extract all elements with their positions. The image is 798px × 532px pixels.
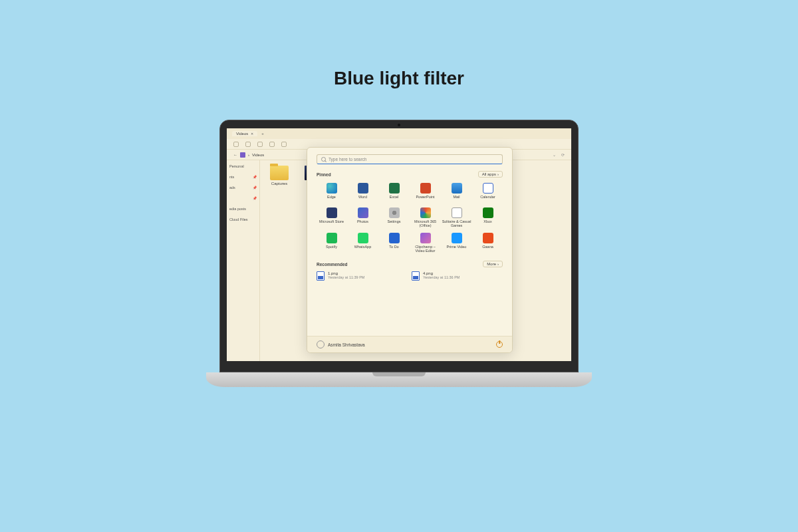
laptop-mockup: Videos ✕ + ← › Videos ⌄ ⟳ — [206, 120, 592, 387]
pinned-app[interactable]: Xbox — [473, 206, 503, 229]
app-label: Gaana — [482, 245, 493, 252]
rec-subtitle: Yesterday at 11:39 PM — [328, 275, 364, 279]
search-icon — [321, 157, 326, 162]
app-icon — [389, 207, 400, 218]
pinned-app[interactable]: Clipchamp – Video Editor — [410, 231, 440, 254]
sidebar-item-downloads[interactable]: ads📌 — [229, 186, 257, 190]
pinned-app[interactable]: PowerPoint — [410, 182, 440, 203]
sidebar-item-cloud[interactable]: Cloud Files — [229, 217, 257, 221]
app-label: WhatsApp — [354, 245, 371, 252]
new-tab-button[interactable]: + — [261, 132, 264, 136]
app-label: PowerPoint — [416, 195, 434, 202]
pinned-app[interactable]: Gaana — [473, 231, 503, 254]
app-icon — [327, 233, 337, 243]
app-icon — [358, 233, 368, 243]
app-icon — [420, 233, 431, 243]
app-label: Settings — [388, 219, 401, 227]
search-input[interactable]: Type here to search — [317, 154, 503, 164]
recommended-item[interactable]: 4.pngYesterday at 11:36 PM — [412, 271, 503, 281]
sidebar-item-posts[interactable]: edia posts — [229, 207, 257, 211]
app-label: Prime Video — [447, 245, 467, 252]
app-label: Calendar — [480, 195, 495, 202]
toolbar-icon[interactable] — [269, 142, 275, 147]
screen-bezel: Videos ✕ + ← › Videos ⌄ ⟳ — [219, 120, 579, 372]
app-icon — [483, 207, 493, 218]
power-icon[interactable] — [496, 341, 503, 348]
user-avatar-icon[interactable] — [317, 340, 325, 348]
page-title: Blue light filter — [0, 68, 798, 89]
app-icon — [389, 183, 400, 194]
toolbar-icon[interactable] — [233, 142, 239, 147]
app-label: Photos — [357, 219, 368, 227]
app-icon — [420, 207, 431, 218]
app-label: Edge — [327, 195, 336, 202]
pinned-label: Pinned — [317, 172, 331, 177]
pinned-app[interactable]: Edge — [317, 182, 346, 203]
pinned-app[interactable]: Photos — [348, 206, 378, 229]
app-icon — [358, 183, 368, 194]
pinned-app[interactable]: WhatsApp — [348, 231, 378, 254]
pinned-app[interactable]: Spotify — [317, 231, 346, 254]
user-name[interactable]: Asmita Shrivastava — [328, 342, 365, 347]
pinned-app[interactable]: Mail — [442, 182, 471, 203]
app-icon — [327, 207, 337, 218]
toolbar-icon[interactable] — [245, 142, 251, 147]
pinned-app[interactable]: To Do — [379, 231, 409, 254]
all-apps-button[interactable]: All apps› — [478, 171, 503, 178]
breadcrumb-sep: › — [248, 153, 249, 157]
pinned-app[interactable]: Excel — [379, 182, 409, 203]
pin-icon: 📌 — [253, 186, 257, 190]
sidebar-item-personal[interactable]: Personal — [229, 164, 257, 168]
pinned-app[interactable]: Microsoft 365 (Office) — [410, 206, 440, 229]
screen: Videos ✕ + ← › Videos ⌄ ⟳ — [227, 128, 571, 361]
chevron-right-icon: › — [497, 262, 499, 266]
location-icon — [240, 152, 245, 158]
pinned-app[interactable]: Microsoft Store — [317, 206, 346, 229]
view-dropdown-icon[interactable]: ⌄ — [553, 152, 556, 157]
app-icon — [483, 233, 493, 243]
start-menu: Type here to search Pinned All apps› Edg… — [307, 147, 513, 353]
start-footer: Asmita Shrivastava — [307, 336, 512, 352]
toolbar-icon[interactable] — [257, 142, 263, 147]
file-icon — [412, 271, 420, 281]
sidebar-item[interactable]: 📌 — [229, 196, 257, 200]
pinned-header: Pinned All apps› — [317, 171, 503, 178]
pinned-app[interactable]: Calendar — [473, 182, 503, 203]
pinned-app[interactable]: Prime Video — [442, 231, 471, 254]
explorer-tab[interactable]: Videos ✕ — [232, 131, 257, 136]
more-button[interactable]: More› — [483, 261, 503, 267]
app-label: Clipchamp – Video Editor — [410, 245, 440, 253]
recommended-label: Recommended — [317, 262, 348, 267]
pinned-app[interactable]: Word — [348, 182, 378, 203]
back-icon[interactable]: ← — [233, 153, 237, 157]
folder-item[interactable]: Captures — [267, 166, 292, 186]
toolbar-icon[interactable] — [281, 142, 287, 147]
app-icon — [452, 233, 462, 243]
app-icon — [420, 183, 431, 194]
app-label: To Do — [389, 245, 398, 252]
pinned-app[interactable]: Solitaire & Casual Games — [442, 206, 471, 229]
file-icon — [317, 271, 325, 281]
recommended-item[interactable]: 1.pngYesterday at 11:39 PM — [317, 271, 408, 281]
search-placeholder: Type here to search — [329, 157, 366, 162]
tab-label: Videos — [236, 132, 248, 136]
refresh-icon[interactable]: ⟳ — [561, 152, 565, 157]
app-label: Xbox — [483, 219, 492, 227]
app-icon — [327, 183, 337, 194]
app-icon — [452, 183, 462, 194]
rec-subtitle: Yesterday at 11:36 PM — [423, 275, 460, 279]
app-label: Solitaire & Casual Games — [442, 219, 471, 227]
folder-label: Captures — [271, 182, 287, 186]
app-label: Spotify — [326, 245, 337, 252]
app-label: Microsoft Store — [319, 219, 344, 227]
app-label: Mail — [453, 195, 460, 202]
app-icon — [389, 233, 400, 243]
close-icon[interactable]: ✕ — [251, 132, 253, 136]
app-icon — [358, 207, 368, 218]
recommended-list: 1.pngYesterday at 11:39 PM4.pngYesterday… — [317, 271, 503, 281]
sidebar-item-documents[interactable]: nts📌 — [229, 175, 257, 179]
app-icon — [452, 207, 462, 218]
breadcrumb[interactable]: Videos — [252, 153, 264, 157]
pinned-app[interactable]: Settings — [379, 206, 409, 229]
laptop-base — [206, 372, 592, 387]
